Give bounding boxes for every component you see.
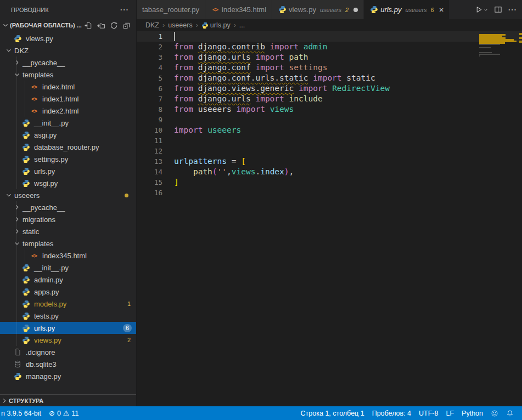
tree-item-admin-py[interactable]: admin.py — [0, 274, 136, 286]
minimap[interactable] — [479, 32, 519, 59]
eol-status[interactable]: LF — [442, 406, 458, 420]
python-interpreter-status[interactable]: n 3.9.5 64-bit — [0, 406, 45, 420]
line-number[interactable]: 1 — [137, 31, 174, 42]
tree-item-dcignore[interactable]: .dcignore — [0, 346, 136, 358]
more-actions-icon[interactable]: ⋯ — [120, 5, 128, 14]
line-number[interactable]: 16 — [137, 188, 174, 198]
tree-item-apps-py[interactable]: apps.py — [0, 286, 136, 298]
code-line-1[interactable]: 1 — [137, 31, 522, 42]
breadcrumb-item[interactable]: urls.py — [210, 21, 231, 29]
tree-item-models-py[interactable]: models.py1 — [0, 298, 136, 310]
encoding-status[interactable]: UTF-8 — [415, 406, 442, 420]
tree-item-dkz[interactable]: DKZ — [0, 44, 136, 56]
more-actions-icon[interactable]: ⋯ — [508, 5, 517, 14]
line-number[interactable]: 3 — [137, 52, 174, 63]
breadcrumb-item[interactable]: useeers — [168, 21, 192, 29]
tree-item-index-html[interactable]: <>index.html — [0, 81, 136, 93]
errors-icon: ⊘ — [49, 410, 55, 417]
tree-item-index2-html[interactable]: <>index2.html — [0, 105, 136, 117]
tree-item-index1-html[interactable]: <>index1.html — [0, 93, 136, 105]
tree-item-label: manage.py — [26, 372, 61, 381]
refresh-button[interactable] — [108, 20, 119, 31]
tree-item-migrations[interactable]: migrations — [0, 213, 136, 225]
tree-item-label: views.py — [34, 336, 61, 344]
code-line-13[interactable]: 13urlpatterns = [ — [137, 156, 522, 167]
outline-section-header[interactable]: СТРУКТУРА — [0, 394, 136, 406]
breadcrumb-item[interactable]: DKZ — [145, 21, 159, 29]
line-number[interactable]: 12 — [137, 146, 174, 156]
code-line-2[interactable]: 2from django.contrib import admin — [137, 42, 522, 52]
code-line-3[interactable]: 3from django.urls import path — [137, 52, 522, 63]
line-number[interactable]: 2 — [137, 42, 174, 52]
tree-item-init-py[interactable]: __init__.py — [0, 262, 136, 274]
code-line-12[interactable]: 12 — [137, 146, 522, 156]
new-file-button[interactable] — [83, 20, 94, 31]
feedback-button[interactable] — [487, 406, 502, 420]
line-number[interactable]: 13 — [137, 156, 174, 167]
tree-item-label: db.sqlite3 — [26, 360, 57, 368]
workspace-section-header[interactable]: (РАБОЧАЯ ОБЛАСТЬ) ... — [0, 19, 136, 31]
run-button[interactable] — [475, 5, 489, 14]
tree-item-pycache[interactable]: __pycache__ — [0, 56, 136, 69]
code-line-4[interactable]: 4from django.conf import settings — [137, 63, 522, 73]
line-number[interactable]: 9 — [137, 115, 174, 125]
code-token: django.urls — [198, 52, 251, 63]
tree-item-settings-py[interactable]: settings.py — [0, 153, 136, 165]
tree-item-views-py[interactable]: views.py — [0, 32, 136, 44]
tree-item-init-py[interactable]: __init__.py — [0, 117, 136, 129]
tree-item-tests-py[interactable]: tests.py — [0, 310, 136, 322]
tab-index345-html[interactable]: <>index345.html — [205, 0, 272, 19]
code-line-5[interactable]: 5from django.conf.urls.static import sta… — [137, 73, 522, 83]
line-number[interactable]: 15 — [137, 177, 174, 188]
line-number[interactable]: 5 — [137, 73, 174, 83]
tree-item-urls-py[interactable]: urls.py6 — [0, 322, 136, 334]
chevron-down-icon — [4, 191, 13, 200]
tab-urls-py[interactable]: urls.pyuseeers6× — [364, 0, 450, 19]
code-line-11[interactable]: 11 — [137, 135, 522, 146]
close-icon[interactable]: × — [439, 5, 444, 14]
collapse-all-button[interactable] — [121, 20, 132, 31]
tree-item-wsgi-py[interactable]: wsgi.py — [0, 177, 136, 189]
new-folder-button[interactable] — [96, 20, 106, 31]
code-line-15[interactable]: 15] — [137, 177, 522, 188]
tree-item-static[interactable]: static — [0, 225, 136, 237]
line-number[interactable]: 11 — [137, 135, 174, 146]
tree-item-useeers[interactable]: useeers — [0, 189, 136, 201]
code-line-14[interactable]: 14 path('',views.index), — [137, 167, 522, 177]
code-token: from — [174, 94, 198, 104]
tree-item-pycache[interactable]: __pycache__ — [0, 201, 136, 213]
tree-item-urls-py[interactable]: urls.py — [0, 165, 136, 177]
code-line-16[interactable]: 16 — [137, 188, 522, 198]
tree-item-index345-html[interactable]: <>index345.html — [0, 249, 136, 262]
tree-item-views-py[interactable]: views.py2 — [0, 334, 136, 346]
tree-item-db-sqlite3[interactable]: db.sqlite3 — [0, 358, 136, 370]
tab-tabase-roouter-py[interactable]: tabase_roouter.py — [137, 0, 205, 19]
line-number[interactable]: 4 — [137, 63, 174, 73]
language-mode-status[interactable]: Python — [458, 406, 487, 420]
code-line-7[interactable]: 7from django.urls import include — [137, 94, 522, 104]
python-version-label: n 3.9.5 64-bit — [1, 410, 41, 417]
line-number[interactable]: 14 — [137, 167, 174, 177]
code-line-10[interactable]: 10import useeers — [137, 125, 522, 135]
tab-views-py[interactable]: views.pyuseeers2 — [272, 0, 364, 19]
breadcrumb-item[interactable]: ... — [239, 21, 245, 29]
indentation-status[interactable]: Пробелов: 4 — [368, 406, 415, 420]
tree-item-database-roouter-py[interactable]: database_roouter.py — [0, 141, 136, 153]
code-line-6[interactable]: 6from django.views.generic import Redire… — [137, 83, 522, 94]
code-token: import — [255, 63, 284, 73]
code-token — [294, 83, 299, 94]
line-number[interactable]: 10 — [137, 125, 174, 135]
problems-status[interactable]: ⊘ 0 ⚠ 11 — [45, 406, 83, 420]
tree-item-asgi-py[interactable]: asgi.py — [0, 129, 136, 141]
cursor-position-status[interactable]: Строка 1, столбец 1 — [297, 406, 368, 420]
line-number[interactable]: 7 — [137, 94, 174, 104]
tree-item-templates[interactable]: templates — [0, 237, 136, 249]
tree-item-templates[interactable]: templates — [0, 69, 136, 81]
line-number[interactable]: 6 — [137, 83, 174, 94]
line-number[interactable]: 8 — [137, 104, 174, 115]
code-line-8[interactable]: 8from useeers import views — [137, 104, 522, 115]
notifications-button[interactable] — [502, 406, 518, 420]
tree-item-manage-py[interactable]: manage.py — [0, 370, 136, 382]
code-line-9[interactable]: 9 — [137, 115, 522, 125]
split-editor-button[interactable] — [494, 5, 502, 14]
